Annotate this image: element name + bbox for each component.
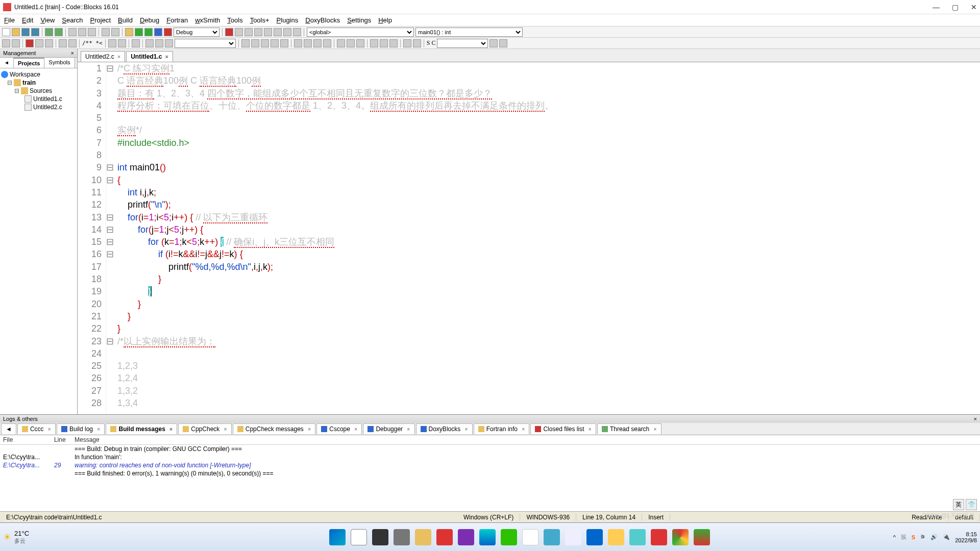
tab-close-icon[interactable]: × bbox=[97, 426, 100, 432]
management-close-icon[interactable]: × bbox=[71, 50, 74, 56]
step-out-icon[interactable] bbox=[264, 28, 272, 36]
app-icon[interactable] bbox=[436, 529, 453, 545]
zoom-in-icon[interactable] bbox=[403, 39, 411, 47]
menu-build[interactable]: Build bbox=[118, 16, 133, 24]
menu-help[interactable]: Help bbox=[378, 16, 392, 24]
logs-close-icon[interactable]: × bbox=[974, 416, 977, 422]
layout2-icon[interactable] bbox=[323, 39, 331, 47]
weather-widget[interactable]: ☀ 21°C 多云 bbox=[3, 530, 146, 545]
wps-icon[interactable] bbox=[651, 529, 667, 545]
hi-prev-icon[interactable] bbox=[241, 39, 250, 47]
tray-battery-icon[interactable]: 🔌 bbox=[943, 534, 950, 540]
save-icon[interactable] bbox=[21, 28, 30, 36]
log-tab[interactable]: Thread search× bbox=[597, 423, 662, 434]
replace-icon[interactable] bbox=[111, 28, 119, 36]
more-icon[interactable] bbox=[356, 39, 364, 47]
debug-info-icon[interactable] bbox=[293, 28, 301, 36]
step-into-icon[interactable] bbox=[254, 28, 262, 36]
mgmt-tab-symbols[interactable]: Symbols bbox=[44, 58, 75, 68]
menu-debug[interactable]: Debug bbox=[140, 16, 159, 24]
tray-sogou-icon[interactable]: S bbox=[912, 534, 915, 540]
log-tab[interactable]: CppCheck messages× bbox=[233, 423, 316, 434]
menu-search[interactable]: Search bbox=[62, 16, 83, 24]
frame2-icon[interactable] bbox=[380, 39, 388, 47]
zoom-out-icon[interactable] bbox=[413, 39, 421, 47]
log-tab[interactable]: Build log× bbox=[57, 423, 105, 434]
log-row[interactable]: E:\C\cyy\tra...In function 'main': bbox=[0, 453, 980, 461]
save-all-icon[interactable] bbox=[31, 28, 39, 36]
doxy-html-icon[interactable] bbox=[108, 39, 116, 47]
log-tab[interactable]: CppCheck× bbox=[178, 423, 231, 434]
search-go-icon[interactable] bbox=[489, 39, 498, 47]
split-v-icon[interactable] bbox=[304, 39, 312, 47]
tree-file[interactable]: Untitled2.c bbox=[1, 103, 76, 111]
redo-icon[interactable] bbox=[55, 28, 63, 36]
doxy-run-icon[interactable] bbox=[59, 39, 67, 47]
tray-time[interactable]: 8:15 bbox=[955, 531, 977, 537]
log-tab[interactable]: Fortran info× bbox=[474, 423, 530, 434]
code-editor[interactable]: 1 2 3 4 5 6 7 8 9 10 11 12 13 14 15 16 1… bbox=[78, 62, 980, 414]
cut-icon[interactable] bbox=[68, 28, 77, 36]
function-select[interactable]: main01() : int bbox=[415, 28, 523, 37]
debug-windows-icon[interactable] bbox=[283, 28, 291, 36]
doxy-comment-block[interactable]: /** *< bbox=[82, 40, 103, 46]
tab-close-icon[interactable]: × bbox=[308, 426, 311, 432]
editor-tab[interactable]: Untitled1.c× bbox=[126, 51, 173, 62]
search-opts-icon[interactable] bbox=[499, 39, 507, 47]
maximize-button[interactable]: ▢ bbox=[952, 3, 959, 11]
log-tab[interactable]: Cccc× bbox=[17, 423, 56, 434]
tree-project[interactable]: ⊟train bbox=[1, 79, 76, 87]
hi-mark-icon[interactable] bbox=[261, 39, 269, 47]
menu-wxsmith[interactable]: wxSmith bbox=[195, 16, 220, 24]
run-icon[interactable] bbox=[135, 28, 143, 36]
log-tab[interactable]: Cscope× bbox=[316, 423, 362, 434]
tray-date[interactable]: 2022/9/8 bbox=[955, 537, 977, 543]
paste-icon[interactable] bbox=[88, 28, 96, 36]
bookmark-toggle-icon[interactable] bbox=[26, 39, 34, 47]
thread-search-input[interactable] bbox=[437, 39, 488, 48]
scope-select[interactable]: <global> bbox=[307, 28, 414, 37]
hi-clear-icon[interactable] bbox=[280, 39, 288, 47]
ime-float[interactable]: 英 👕 bbox=[953, 499, 977, 510]
rebuild-icon[interactable] bbox=[154, 28, 162, 36]
notepad-icon[interactable] bbox=[544, 529, 560, 545]
abort-icon[interactable] bbox=[164, 28, 172, 36]
align-icon[interactable] bbox=[337, 39, 345, 47]
menu-file[interactable]: File bbox=[4, 16, 15, 24]
open-icon[interactable] bbox=[12, 28, 20, 36]
app4-icon[interactable] bbox=[608, 529, 624, 545]
bookmark-prev-icon[interactable] bbox=[2, 39, 10, 47]
tab-close-icon[interactable]: × bbox=[354, 426, 357, 432]
tab-close-icon[interactable]: × bbox=[588, 426, 591, 432]
app5-icon[interactable] bbox=[629, 529, 646, 545]
split-h-icon[interactable] bbox=[294, 39, 302, 47]
layout1-icon[interactable] bbox=[313, 39, 322, 47]
menu-settings[interactable]: Settings bbox=[347, 16, 371, 24]
build-run-icon[interactable] bbox=[144, 28, 153, 36]
qq-icon[interactable] bbox=[522, 529, 538, 545]
explorer-icon[interactable] bbox=[415, 529, 431, 545]
menu-view[interactable]: View bbox=[40, 16, 55, 24]
menu-project[interactable]: Project bbox=[90, 16, 111, 24]
ime-shirt-icon[interactable]: 👕 bbox=[966, 499, 977, 510]
menu-fortran[interactable]: Fortran bbox=[166, 16, 188, 24]
tree-workspace[interactable]: Workspace bbox=[1, 70, 76, 79]
log-tab[interactable]: Build messages× bbox=[106, 423, 177, 434]
tray-chevron-icon[interactable]: ^ bbox=[893, 534, 896, 540]
tab-close-icon[interactable]: × bbox=[169, 426, 173, 432]
start-icon[interactable] bbox=[329, 529, 346, 545]
log-row[interactable]: E:\C\cyy\tra...29warning: control reache… bbox=[0, 461, 980, 469]
tray-volume-icon[interactable]: 🔊 bbox=[930, 534, 938, 540]
search-icon[interactable] bbox=[351, 529, 367, 545]
jump-select[interactable] bbox=[175, 39, 236, 48]
menu-plugins[interactable]: Plugins bbox=[277, 16, 299, 24]
debug-start-icon[interactable] bbox=[225, 28, 233, 36]
log-row[interactable]: === Build finished: 0 error(s), 1 warnin… bbox=[0, 469, 980, 478]
edge-icon[interactable] bbox=[479, 529, 496, 545]
fold-column[interactable]: ⊟ ⊟ ⊟ ⊟ ⊟ ⊟ ⊟ ⊟ bbox=[106, 62, 114, 414]
copy-icon[interactable] bbox=[78, 28, 86, 36]
doxy-settings-icon[interactable] bbox=[132, 39, 140, 47]
tree-file[interactable]: Untitled1.c bbox=[1, 95, 76, 103]
tree-folder-sources[interactable]: ⊟Sources bbox=[1, 87, 76, 95]
doxy-chm-icon[interactable] bbox=[118, 39, 126, 47]
